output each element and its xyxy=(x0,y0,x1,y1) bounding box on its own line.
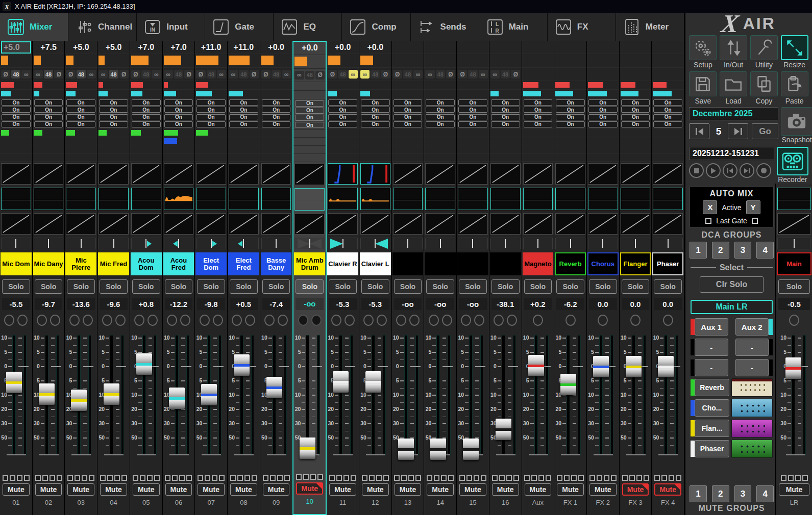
phase-invert-icon[interactable]: Ø xyxy=(250,70,259,79)
fader-knob[interactable] xyxy=(365,371,381,393)
lr-solo-button[interactable]: Solo xyxy=(778,279,810,294)
channel-flag-icons[interactable]: Ø48∞ xyxy=(65,68,97,81)
send-on-button[interactable]: On xyxy=(556,107,585,113)
mutegroup-checkbox[interactable] xyxy=(67,475,73,481)
gate-display[interactable] xyxy=(66,163,96,185)
eq-display[interactable] xyxy=(328,188,358,210)
pan-control[interactable] xyxy=(653,238,683,249)
send-on-button[interactable]: On xyxy=(196,99,226,106)
channel-name[interactable]: Elect Fred xyxy=(228,252,259,275)
mute-button[interactable]: Mute xyxy=(35,483,62,496)
mutegroup-checkbox[interactable] xyxy=(57,475,62,481)
mutegroup-checkbox[interactable] xyxy=(179,475,185,481)
solo-button[interactable]: Solo xyxy=(35,279,63,294)
send-on-button[interactable]: On xyxy=(458,107,487,113)
fader-track[interactable] xyxy=(469,335,473,455)
fader-track[interactable] xyxy=(664,335,668,455)
send-on-button[interactable]: On xyxy=(229,121,258,127)
solo-button[interactable]: Solo xyxy=(132,279,160,294)
fader-knob[interactable] xyxy=(39,383,55,405)
send-on-button[interactable]: On xyxy=(458,99,487,106)
mutegroup-checkbox[interactable] xyxy=(252,475,257,481)
gain-value[interactable]: +7.0 xyxy=(163,41,195,54)
lr-mutegroup-checkbox[interactable] xyxy=(795,475,801,481)
mutegroup-checkbox[interactable] xyxy=(263,475,268,481)
solo-button[interactable]: Solo xyxy=(197,279,225,294)
mutegroup-checkbox[interactable] xyxy=(24,475,30,481)
mutegroup-checkbox[interactable] xyxy=(303,474,309,480)
fader[interactable]: 1050510203050 xyxy=(457,329,489,473)
bus-6-button[interactable]: - xyxy=(735,359,769,376)
channel-name[interactable]: Mic Fred xyxy=(98,252,129,275)
mutegroup-checkbox[interactable] xyxy=(172,475,178,481)
channel-flag-icons[interactable]: ∞48Ø xyxy=(97,68,130,81)
play-button[interactable] xyxy=(706,163,721,178)
tab-input[interactable]: IN Input xyxy=(137,13,205,41)
comp-display[interactable] xyxy=(425,213,455,235)
stereo-link-icon[interactable]: ∞ xyxy=(490,70,500,79)
eq-display[interactable] xyxy=(523,188,553,210)
pan-control[interactable] xyxy=(261,238,291,249)
mutegroup-checkbox[interactable] xyxy=(538,475,544,481)
channel-name[interactable]: Chorus xyxy=(587,252,619,275)
copy-button[interactable]: Copy xyxy=(750,71,778,105)
gate-display[interactable] xyxy=(425,163,455,185)
automix-x-button[interactable]: X xyxy=(703,200,717,214)
fader[interactable]: 1050510203050 xyxy=(392,329,424,473)
send-on-button[interactable]: On xyxy=(328,121,357,127)
send-on-button[interactable]: On xyxy=(132,107,161,113)
send-on-button[interactable]: On xyxy=(588,121,618,127)
mutegroup-checkbox[interactable] xyxy=(557,475,562,481)
send-on-button[interactable]: On xyxy=(393,114,423,120)
channel-name[interactable] xyxy=(392,252,424,275)
dca-group-4[interactable]: 4 xyxy=(756,242,774,259)
mutegroup-checkbox[interactable] xyxy=(369,475,375,481)
phantom-48-icon[interactable]: 48 xyxy=(141,70,151,79)
bus-aux1-button[interactable]: Aux 1 xyxy=(695,318,728,336)
mute-button[interactable]: Mute xyxy=(3,483,30,496)
fx1-rack-image[interactable] xyxy=(731,378,773,397)
mutegroup-checkbox[interactable] xyxy=(636,475,642,481)
channel-name[interactable]: Reverb xyxy=(555,252,586,275)
mutegroup-checkbox[interactable] xyxy=(661,475,667,481)
send-on-button[interactable]: On xyxy=(2,121,31,127)
send-on-button[interactable]: On xyxy=(229,99,258,106)
mutegroup-checkbox[interactable] xyxy=(415,475,421,481)
mutegroup-checkbox[interactable] xyxy=(394,475,400,481)
gate-display[interactable] xyxy=(1,163,31,185)
mutegroup-checkbox[interactable] xyxy=(434,475,439,481)
solo-button[interactable]: Solo xyxy=(654,279,682,294)
lr-mute-button[interactable]: Mute xyxy=(779,483,809,496)
mutegroup-checkbox[interactable] xyxy=(654,475,660,481)
pan-control[interactable] xyxy=(1,238,31,249)
solo-button[interactable]: Solo xyxy=(296,279,324,294)
fx3-flanger-button[interactable]: Flan... xyxy=(695,420,729,437)
scene-prev-button[interactable] xyxy=(689,123,709,139)
mute-button[interactable]: Mute xyxy=(296,482,323,495)
tab-comp[interactable]: Comp xyxy=(342,13,410,41)
solo-button[interactable]: Solo xyxy=(329,279,357,294)
mutegroup-checkbox[interactable] xyxy=(669,475,674,481)
mutegroup-checkbox[interactable] xyxy=(17,475,22,481)
fader[interactable]: 1050510203050 xyxy=(522,329,554,473)
send-on-button[interactable]: On xyxy=(653,99,682,106)
fader-knob[interactable] xyxy=(136,353,152,375)
gate-display[interactable] xyxy=(34,163,64,185)
mute-button[interactable]: Mute xyxy=(557,483,584,496)
stereo-link-icon[interactable]: ∞ xyxy=(349,70,358,79)
dca-group-2[interactable]: 2 xyxy=(712,242,729,259)
solo-button[interactable]: Solo xyxy=(165,279,193,294)
eq-display[interactable] xyxy=(196,188,226,210)
fx2-rack-image[interactable] xyxy=(731,399,773,417)
send-on-button[interactable]: On xyxy=(621,99,650,106)
send-on-button[interactable]: On xyxy=(262,99,291,106)
send-on-button[interactable]: On xyxy=(229,114,258,120)
mutegroup-checkbox[interactable] xyxy=(154,475,160,481)
mutegroup-checkbox[interactable] xyxy=(499,475,505,481)
mutegroup-checkbox[interactable] xyxy=(82,475,87,481)
send-on-button[interactable]: On xyxy=(653,107,682,113)
send-on-button[interactable]: On xyxy=(491,121,520,127)
comp-display[interactable] xyxy=(458,213,488,235)
send-on-button[interactable]: On xyxy=(328,99,357,106)
mutegroup-checkbox[interactable] xyxy=(296,474,302,480)
